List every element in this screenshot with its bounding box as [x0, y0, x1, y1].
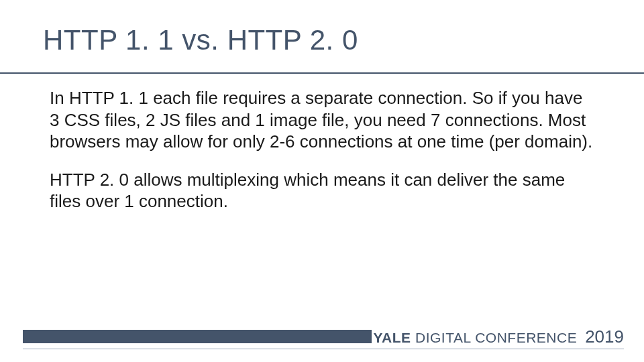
- footer-accent-bar: [23, 330, 372, 343]
- footer: YALE DIGITAL CONFERENCE 2019: [0, 328, 644, 350]
- footer-right: YALE DIGITAL CONFERENCE 2019: [374, 326, 624, 347]
- footer-thin-line: [23, 349, 624, 349]
- slide: HTTP 1. 1 vs. HTTP 2. 0 In HTTP 1. 1 eac…: [0, 0, 644, 362]
- slide-body: In HTTP 1. 1 each file requires a separa…: [43, 87, 601, 213]
- title-divider: [0, 72, 644, 74]
- paragraph-2: HTTP 2. 0 allows multiplexing which mean…: [50, 169, 594, 213]
- footer-brand-light: DIGITAL CONFERENCE: [411, 330, 578, 345]
- footer-brand: YALE DIGITAL CONFERENCE: [374, 330, 578, 346]
- footer-brand-bold: YALE: [374, 330, 411, 345]
- footer-year: 2019: [585, 326, 624, 347]
- slide-title: HTTP 1. 1 vs. HTTP 2. 0: [43, 24, 601, 62]
- paragraph-1: In HTTP 1. 1 each file requires a separa…: [50, 87, 594, 153]
